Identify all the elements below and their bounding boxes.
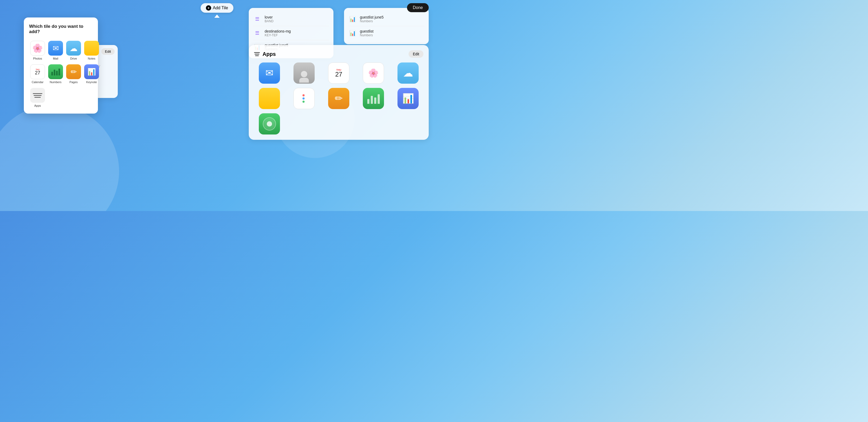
tile-drive[interactable]: ☁ Drive [65,40,82,61]
tile-pages[interactable]: ✏ Pages [65,63,82,85]
tile-photos[interactable]: 🌸 Photos [29,40,46,61]
app-calendar[interactable]: THU 27 [323,62,354,84]
reminder-row-3 [303,100,306,103]
numbers-icon-guestlist: 📊 [348,29,357,37]
tile-photos-label: Photos [33,57,42,60]
add-tile-label: Add Tile [213,5,228,10]
stack-icon-l1 [254,52,260,53]
tile-apps-label: Apps [34,104,41,107]
apps-edit-button[interactable]: Edit [409,50,424,58]
reminder-row-1 [303,94,306,96]
numbers-icon [48,64,63,79]
notes-lines [89,43,94,53]
file-item-guestlist[interactable]: 📊 guestlist Numbers [348,26,425,40]
app-calendar-inner: THU 27 [329,69,349,78]
file-name-destinations: destinations-mg [265,29,329,33]
app-icon-keynote: 📊 [398,88,418,109]
stack-icon-l2 [255,54,259,55]
bar-chart-icon-guestlist: 📊 [349,30,356,36]
tile-grid: 🌸 Photos ✉ Mail ☁ Drive [29,40,93,108]
file-app-guestlist-june5: Numbers [360,19,425,23]
keynote-slides-icon: 📊 [87,68,96,76]
stack-layers [33,88,42,103]
numbers-bars [51,68,60,76]
tile-calendar[interactable]: THU 27 Calendar [29,63,46,85]
app-reminders[interactable] [289,88,319,109]
apps-panel-header: Apps Edit [254,50,424,58]
tile-popup-title: Which tile do you want to add? [29,24,93,34]
app-icon-findmy [259,113,280,134]
bar-1 [51,72,53,76]
apps-grid: ✉ THU 27 🌸 [254,62,424,134]
calendar-icon: THU 27 [30,64,45,79]
app-icon-calendar: THU 27 [328,62,349,84]
top-bar: + Add Tile Done [0,0,434,16]
file-item-destinations[interactable]: ☰ destinations-mg KEY-TEF [253,26,329,40]
file-app-lover: BAND [265,19,329,23]
app-cal-day: 27 [335,71,342,78]
app-notes[interactable] [254,88,284,109]
app-mail[interactable]: ✉ [254,62,284,84]
tile-calendar-label: Calendar [32,81,44,84]
app-icon-contacts [293,62,315,84]
tile-apps[interactable]: Apps [29,87,46,108]
app-pages[interactable]: ✏ [323,88,354,109]
band-icon-lover: ☰ [253,15,261,23]
stack-icon-l3 [255,55,259,56]
pages-pencil-icon: ✏ [71,67,77,76]
stack-layer-2 [34,95,41,96]
done-button[interactable]: Done [407,3,429,12]
app-findmy[interactable] [254,113,284,134]
file-app-destinations: KEY-TEF [265,33,329,37]
photos-icon: 🌸 [30,41,45,56]
tile-mail[interactable]: ✉ Mail [47,40,64,61]
calendar-inner: THU 27 [30,68,45,75]
app-icon-drive: ☁ [398,62,418,84]
app-keynote[interactable]: 📊 [393,88,424,109]
apps-panel: Apps Edit ✉ THU 27 [249,45,429,140]
reminder-dot-3 [303,100,305,103]
app-photos[interactable]: 🌸 [358,62,389,84]
calendar-edit-button[interactable]: Edit [101,48,115,55]
band-icon-destinations: ☰ [253,29,261,37]
add-tile-button[interactable]: + Add Tile [200,3,234,13]
keynote-icon: 📊 [84,64,99,79]
plus-icon: + [206,5,211,10]
app-drive[interactable]: ☁ [393,62,424,84]
file-info-guestlist: guestlist Numbers [360,29,425,37]
reminder-dot-1 [303,94,305,96]
app-numbers[interactable] [358,88,389,109]
bg-circle-1 [0,105,119,211]
cloud-icon: ☁ [70,44,78,53]
bar-3 [56,71,58,76]
tile-drive-label: Drive [70,57,77,60]
bar-2 [54,70,55,76]
stack-layer-3 [34,97,41,98]
tile-keynote-label: Keynote [86,81,97,84]
bar-chart-icon-june5: 📊 [349,16,356,22]
file-info-guestlist-june5: guestlist june5 Numbers [360,15,425,23]
photos-flower-icon: 🌸 [368,68,379,78]
app-bar-1 [367,99,369,104]
app-bar-4 [378,94,380,104]
app-icon-numbers [363,88,384,109]
file-info-destinations: destinations-mg KEY-TEF [265,29,329,37]
cal-day: 27 [35,70,40,75]
drive-icon: ☁ [66,41,81,56]
app-icon-mail: ✉ [259,62,280,84]
mail-icon: ✉ [48,41,63,56]
findmy-dot [267,121,272,126]
tile-notes[interactable]: Notes [83,40,100,61]
app-bar-3 [374,97,376,104]
tile-keynote[interactable]: 📊 Keynote [83,63,100,85]
file-app-guestlist: Numbers [360,33,425,37]
file-info-lover: lover BAND [265,15,329,23]
tile-mail-label: Mail [53,57,58,60]
app-contacts[interactable] [289,62,319,84]
apps-icon [30,88,45,103]
tile-numbers-label: Numbers [50,81,62,84]
reminders-list [302,93,307,104]
tile-numbers[interactable]: Numbers [47,63,64,85]
tile-popup: Which tile do you want to add? 🌸 Photos … [24,18,98,114]
reminder-dot-2 [303,97,305,99]
